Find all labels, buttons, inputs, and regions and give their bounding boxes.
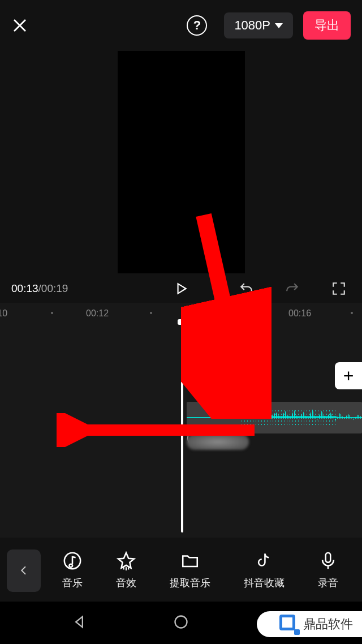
tool-record[interactable]: 录音 [318,551,338,590]
tool-label: 音乐 [62,576,83,590]
tool-music[interactable]: 音乐 [62,551,83,590]
tiktok-icon [255,551,274,570]
svg-point-4 [175,616,187,628]
tool-extract-music[interactable]: 提取音乐 [170,551,210,590]
tool-sound-effect[interactable]: 音效 [116,551,136,590]
resolution-selector[interactable]: 1080P [224,12,293,38]
fullscreen-button[interactable] [330,280,347,297]
music-note-icon [63,551,82,570]
ruler-tick: 0:10 [0,308,7,319]
watermark-logo-icon [279,615,299,634]
resolution-label: 1080P [234,18,270,33]
annotation-arrow-down [181,209,272,419]
svg-line-0 [204,215,243,390]
nav-back-icon[interactable] [71,614,87,632]
watermark-text: 鼎品软件 [303,616,353,633]
tool-label: 提取音乐 [170,576,210,590]
help-button[interactable]: ? [187,15,207,36]
timecode: 00:13/00:19 [11,282,68,295]
annotation-arrow-left [57,413,260,447]
ruler-tick: 00:16 [288,308,311,319]
nav-home-icon[interactable] [173,614,189,632]
export-button[interactable]: 导出 [303,11,351,40]
close-button[interactable] [11,17,28,34]
watermark: 鼎品软件 [257,611,362,637]
add-clip-button[interactable]: + [335,362,362,389]
tool-label: 抖音收藏 [244,576,285,590]
chevron-down-icon [275,23,283,28]
ruler-dot [51,312,53,314]
tool-douyin-favorites[interactable]: 抖音收藏 [244,551,285,590]
svg-rect-3 [326,553,331,563]
bottom-toolbar: 音乐 音效 提取音乐 抖音收藏 录音 [0,539,362,602]
folder-icon [180,551,200,570]
redo-button[interactable] [284,280,301,297]
tool-label: 音效 [116,576,136,590]
ruler-dot [351,312,353,314]
star-icon [117,551,136,570]
tool-label: 录音 [318,576,338,590]
ruler-dot [150,312,152,314]
back-button[interactable] [7,549,41,592]
ruler-tick: 00:12 [86,308,109,319]
microphone-icon [318,551,338,570]
